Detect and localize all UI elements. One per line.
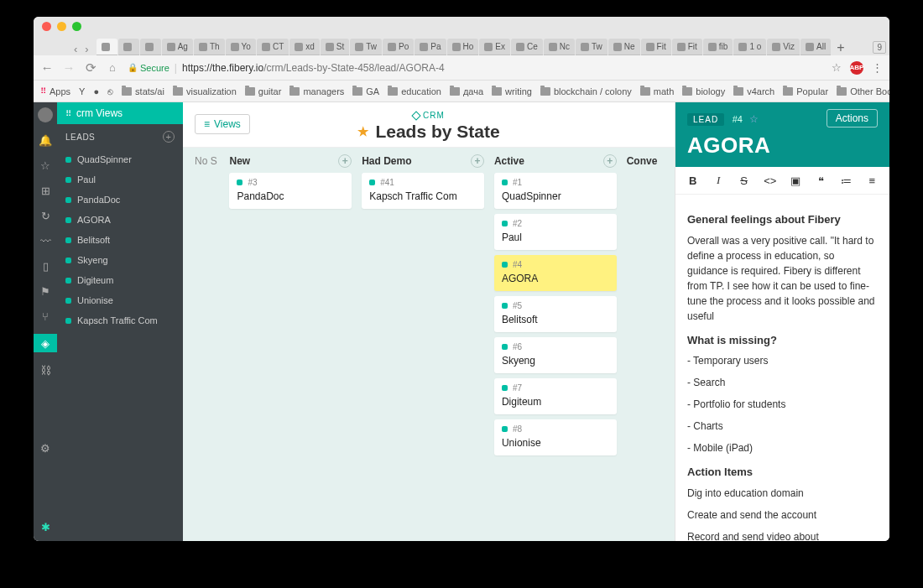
notifications-icon[interactable]: 🔔 bbox=[38, 133, 53, 148]
detail-body[interactable]: General feelings about Fibery Overall wa… bbox=[675, 195, 889, 541]
new-tab-button[interactable]: + bbox=[832, 40, 849, 55]
apps-shortcut[interactable]: ⠿Apps bbox=[40, 86, 70, 96]
browser-tab[interactable]: Viz bbox=[767, 39, 800, 55]
entity-star-icon[interactable]: ☆ bbox=[749, 113, 759, 125]
browser-tab[interactable]: Pa bbox=[415, 39, 446, 55]
crm-breadcrumb[interactable]: CRM bbox=[413, 111, 445, 120]
abp-extension-icon[interactable]: ABP bbox=[850, 61, 863, 75]
bullet-list-icon[interactable]: ≔ bbox=[841, 174, 852, 187]
lead-card[interactable]: #7Digiteum bbox=[494, 378, 617, 414]
reports-icon[interactable]: 〰 bbox=[38, 233, 53, 248]
activity-icon[interactable]: ⛓ bbox=[38, 362, 53, 377]
add-lead-icon[interactable]: + bbox=[163, 131, 175, 143]
sidebar-item[interactable]: QuadSpinner bbox=[57, 149, 183, 169]
browser-tab[interactable]: St bbox=[321, 39, 349, 55]
browser-tab[interactable]: Ag bbox=[162, 39, 193, 55]
forward-icon[interactable]: → bbox=[62, 60, 76, 75]
other-bookmarks[interactable]: Other Bookmarks bbox=[837, 86, 889, 96]
browser-tab[interactable] bbox=[118, 39, 139, 55]
home-icon[interactable]: ⌂ bbox=[106, 61, 119, 74]
browser-tab[interactable]: Fit bbox=[672, 39, 702, 55]
browser-tab[interactable]: Yo bbox=[226, 39, 256, 55]
lead-card[interactable]: #5Belitsoft bbox=[494, 296, 617, 332]
bookmark-folder[interactable]: дача bbox=[450, 86, 483, 96]
lead-card[interactable]: #1QuadSpinner bbox=[494, 173, 617, 209]
browser-tab[interactable]: CT bbox=[257, 39, 289, 55]
bookmark-item[interactable]: ⎋ bbox=[107, 86, 113, 96]
maximize-window-icon[interactable] bbox=[72, 22, 81, 31]
browser-tab[interactable]: Fit bbox=[641, 39, 671, 55]
docs-icon[interactable]: ▯ bbox=[38, 258, 53, 273]
bookmark-folder[interactable]: guitar bbox=[245, 86, 282, 96]
image-icon[interactable]: ▣ bbox=[790, 174, 800, 187]
lead-card[interactable]: #8Unionise bbox=[494, 419, 617, 455]
sidebar-item[interactable]: Digiteum bbox=[57, 270, 183, 290]
lead-card[interactable]: #41Kapsch Traffic Com bbox=[362, 173, 484, 209]
add-card-icon[interactable]: + bbox=[471, 154, 484, 168]
bookmark-item[interactable]: ● bbox=[93, 86, 99, 96]
browser-tab[interactable]: Ho bbox=[447, 39, 479, 55]
browser-tab[interactable]: Tw bbox=[576, 39, 608, 55]
sidebar-item[interactable]: PandaDoc bbox=[57, 190, 183, 210]
bookmark-folder[interactable]: stats/ai bbox=[122, 86, 164, 96]
lead-card[interactable]: #3PandaDoc bbox=[229, 173, 352, 209]
history-icon[interactable]: ↻ bbox=[38, 208, 53, 223]
tab-back-icon[interactable]: ‹ bbox=[74, 43, 77, 55]
tab-fwd-icon[interactable]: › bbox=[85, 43, 88, 55]
browser-tab[interactable]: Ce bbox=[511, 39, 543, 55]
bug-report-icon[interactable]: ✱ bbox=[38, 519, 53, 534]
numbered-list-icon[interactable]: ≡ bbox=[867, 174, 878, 187]
sidebar-item[interactable]: Kapsch Traffic Com bbox=[57, 310, 183, 330]
add-card-icon[interactable]: + bbox=[338, 154, 352, 168]
sidebar-item[interactable]: AGORA bbox=[57, 210, 183, 230]
bold-icon[interactable]: B bbox=[687, 174, 698, 187]
bookmark-folder[interactable]: math bbox=[640, 86, 674, 96]
close-window-icon[interactable] bbox=[42, 22, 51, 31]
menu-icon[interactable]: ⋮ bbox=[872, 61, 883, 74]
bookmark-folder[interactable]: education bbox=[388, 86, 441, 96]
minimize-window-icon[interactable] bbox=[57, 22, 66, 31]
settings-icon[interactable]: ⚙ bbox=[38, 441, 53, 456]
bookmark-star-icon[interactable]: ☆ bbox=[832, 61, 842, 74]
avatar[interactable] bbox=[38, 107, 53, 122]
back-icon[interactable]: ← bbox=[40, 60, 54, 75]
lead-card[interactable]: #2Paul bbox=[494, 214, 617, 250]
sidebar-item[interactable]: Paul bbox=[57, 169, 183, 190]
bookmark-item[interactable]: Y bbox=[79, 86, 85, 96]
sidebar-item[interactable]: Skyeng bbox=[57, 250, 183, 270]
browser-tab[interactable]: Th bbox=[194, 39, 225, 55]
flag-icon[interactable]: ⚑ bbox=[38, 284, 53, 299]
strike-icon[interactable]: S bbox=[738, 174, 749, 187]
crm-app-icon[interactable]: ◈ bbox=[34, 334, 57, 352]
browser-tab[interactable]: xd bbox=[289, 39, 320, 55]
star-icon[interactable]: ★ bbox=[357, 124, 368, 139]
bookmark-folder[interactable]: managers bbox=[289, 86, 344, 96]
favorites-icon[interactable]: ☆ bbox=[38, 158, 53, 173]
bookmark-folder[interactable]: v4arch bbox=[733, 86, 774, 96]
browser-tab[interactable] bbox=[96, 39, 117, 55]
bookmark-folder[interactable]: Popular bbox=[783, 86, 828, 96]
sidebar-item[interactable]: Unionise bbox=[57, 290, 183, 310]
lead-card[interactable]: #6Skyeng bbox=[494, 337, 617, 373]
branch-icon[interactable]: ⑂ bbox=[38, 309, 53, 324]
browser-tab[interactable]: Po bbox=[383, 39, 414, 55]
bookmark-folder[interactable]: visualization bbox=[173, 86, 237, 96]
actions-button[interactable]: Actions bbox=[827, 109, 878, 127]
views-button[interactable]: ≡ Views bbox=[195, 114, 250, 134]
browser-tab[interactable]: Ne bbox=[608, 39, 640, 55]
browser-tab[interactable]: Tw bbox=[350, 39, 382, 55]
browser-tab[interactable]: 1 o bbox=[733, 39, 766, 55]
dashboard-icon[interactable]: ⊞ bbox=[38, 183, 53, 198]
code-icon[interactable]: <> bbox=[764, 174, 775, 187]
lead-card[interactable]: #4AGORA bbox=[494, 255, 617, 291]
add-card-icon[interactable]: + bbox=[603, 154, 617, 168]
browser-tab[interactable]: fib bbox=[703, 39, 733, 55]
italic-icon[interactable]: I bbox=[712, 174, 723, 187]
bookmark-folder[interactable]: blockchain / colony bbox=[540, 86, 632, 96]
address-bar[interactable]: 🔒Secure | https://the.fibery.io/crm/Lead… bbox=[128, 62, 823, 74]
browser-tab[interactable]: All bbox=[800, 39, 831, 55]
bookmark-folder[interactable]: biology bbox=[682, 86, 725, 96]
sidebar-item[interactable]: Belitsoft bbox=[57, 230, 183, 250]
reload-icon[interactable]: ⟳ bbox=[84, 60, 97, 75]
browser-tab[interactable]: Ex bbox=[479, 39, 510, 55]
